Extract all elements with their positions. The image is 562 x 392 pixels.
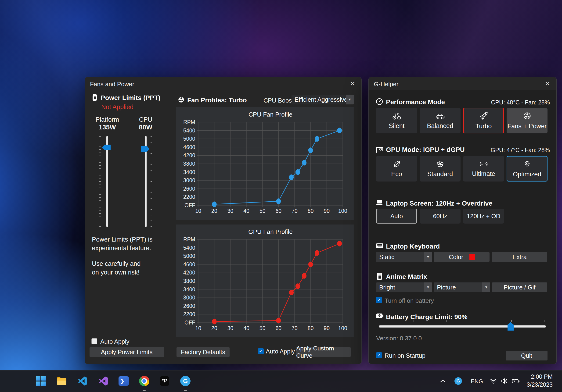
screen-button-60hz[interactable]: 60Hz (420, 209, 460, 224)
power-limits-note-2: Use carefully and on your own risk! (92, 259, 141, 277)
close-icon[interactable]: ✕ (543, 80, 552, 88)
fans-window-titlebar[interactable]: Fans and Power ✕ (85, 77, 362, 90)
tray-chevron-button[interactable] (437, 374, 448, 388)
svg-text:70: 70 (292, 208, 298, 214)
ghelper-running-indicator (184, 390, 187, 391)
ghelper-titlebar[interactable]: G-Helper ✕ (369, 77, 556, 90)
ghelper-taskbar-button[interactable]: G (178, 374, 193, 388)
svg-text:40: 40 (243, 325, 249, 331)
battery-button[interactable] (510, 374, 521, 388)
folder-icon (56, 376, 67, 386)
chrome-running-indicator (143, 390, 146, 391)
svg-text:20: 20 (211, 325, 217, 331)
mode-button-silent[interactable]: Silent (376, 108, 417, 133)
vscode-icon (78, 376, 87, 386)
svg-text:100: 100 (338, 208, 347, 214)
mode-button-balanced[interactable]: Balanced (420, 108, 460, 133)
gpu-button-standard[interactable]: Standard (420, 156, 460, 181)
matrix-brightness-dropdown[interactable]: Bright ▾ (376, 282, 432, 292)
chevron-down-icon[interactable]: ▾ (424, 282, 432, 292)
svg-text:70: 70 (292, 325, 298, 331)
platform-label: Platform (90, 116, 125, 123)
factory-defaults-button[interactable]: Factory Defaults (176, 347, 230, 357)
chevron-up-icon (440, 379, 445, 383)
curve-auto-apply-checkbox[interactable]: ✓ (258, 348, 264, 354)
svg-text:OFF: OFF (185, 202, 195, 208)
power-limits-heading: Power Limits (PPT) (101, 94, 160, 102)
matrix-battery-label: Turn off on battery (385, 297, 434, 304)
chevron-down-icon[interactable]: ▾ (482, 282, 490, 292)
gpu-button-optimized[interactable]: Optimized (507, 156, 548, 181)
run-on-startup-checkbox[interactable]: ✓ (376, 352, 382, 358)
svg-text:5400: 5400 (183, 245, 195, 251)
anime-matrix-heading: Anime Matrix (386, 273, 427, 280)
note-line: Use carefully and (92, 259, 141, 268)
mode-button-fans-power[interactable]: Fans + Power (507, 108, 548, 133)
quit-button[interactable]: Quit (506, 351, 548, 360)
battery-charge-slider[interactable] (379, 325, 546, 327)
keyboard-color-button[interactable]: Color (434, 252, 490, 262)
g-helper-window: G-Helper ✕ Performance Mode CPU: 48°C - … (368, 77, 557, 364)
mode-button-turbo[interactable]: Turbo (463, 108, 504, 133)
power-auto-apply-label: Auto Apply (100, 338, 129, 345)
svg-text:3000: 3000 (183, 177, 195, 183)
gpu-button-eco[interactable]: Eco (376, 156, 417, 181)
gpu-button-ultimate[interactable]: Ultimate (463, 156, 504, 181)
visual-studio-button[interactable] (96, 374, 111, 388)
color-swatch (469, 254, 475, 260)
volume-button[interactable] (499, 374, 510, 388)
svg-text:50: 50 (259, 325, 266, 331)
windows-logo-icon (36, 376, 46, 386)
matrix-brightness-value: Bright (379, 284, 395, 291)
language-indicator[interactable]: ENG (471, 378, 483, 385)
battery-charge-icon (376, 312, 384, 319)
clock-time[interactable]: 2:00 PM (531, 373, 553, 380)
version-link[interactable]: Version: 0.37.0.0 (376, 335, 422, 342)
tidal-button[interactable] (157, 374, 172, 388)
mode-button-label: Fans + Power (507, 123, 547, 130)
start-button[interactable] (34, 374, 48, 388)
cpu-sensor-readout: CPU: 48°C - Fan: 28% (491, 99, 550, 106)
apply-custom-curve-button[interactable]: Apply Custom Curve (296, 347, 351, 357)
chevron-down-icon[interactable]: ▾ (346, 95, 354, 104)
cpu-fan-chart[interactable]: 102030405060708090100OFF2200260030003400… (176, 107, 354, 220)
matrix-picture-gif-button[interactable]: Picture / Gif (492, 282, 547, 292)
keyboard-extra-button[interactable]: Extra (492, 252, 547, 262)
apply-power-limits-button[interactable]: Apply Power Limits (90, 347, 164, 357)
gpu-fan-chart[interactable]: 102030405060708090100OFF2200260030003400… (176, 224, 354, 337)
power-auto-apply-checkbox[interactable] (91, 338, 97, 344)
anime-matrix-icon (376, 272, 383, 280)
keyboard-mode-dropdown[interactable]: Static ▾ (376, 252, 432, 262)
cpu-slider-thumb[interactable] (141, 146, 149, 152)
svg-text:30: 30 (227, 325, 234, 331)
g-helper-icon: G (180, 376, 190, 386)
wifi-button[interactable] (488, 374, 499, 388)
mode-button-label: Turbo (476, 123, 492, 130)
cpu-fan-chart-panel: 102030405060708090100OFF2200260030003400… (176, 107, 354, 220)
screen-button-120hz-od[interactable]: 120Hz + OD (463, 209, 504, 224)
terminal-button[interactable]: ❯_ (117, 374, 131, 388)
svg-text:5000: 5000 (183, 253, 195, 259)
matrix-mode-dropdown[interactable]: Picture ▾ (434, 282, 490, 292)
keyboard-icon (376, 242, 384, 249)
file-explorer-button[interactable] (55, 374, 69, 388)
screen-button-auto[interactable]: Auto (376, 209, 417, 224)
mode-button-label: Silent (389, 123, 405, 130)
chevron-down-icon[interactable]: ▾ (424, 252, 432, 262)
platform-slider-thumb[interactable] (102, 145, 111, 150)
chrome-button[interactable] (137, 374, 152, 388)
svg-text:90: 90 (324, 325, 330, 331)
mode-button-label: Balanced (427, 123, 453, 130)
car-icon (435, 112, 445, 120)
clock-date[interactable]: 3/23/2023 (527, 381, 553, 388)
vscode-button[interactable] (75, 374, 90, 388)
gpu-button-label: Eco (391, 170, 402, 178)
platform-slider-ticks (99, 136, 101, 226)
cpu-boost-dropdown[interactable]: Efficient Aggressive ▾ (292, 95, 354, 104)
ghelper-tray-button[interactable]: G (453, 374, 464, 388)
svg-text:3800: 3800 (183, 278, 195, 284)
close-icon[interactable]: ✕ (348, 80, 357, 88)
battery-charging-icon (512, 378, 520, 384)
matrix-battery-checkbox[interactable]: ✓ (376, 297, 382, 303)
battery-slider-thumb[interactable] (507, 322, 514, 331)
